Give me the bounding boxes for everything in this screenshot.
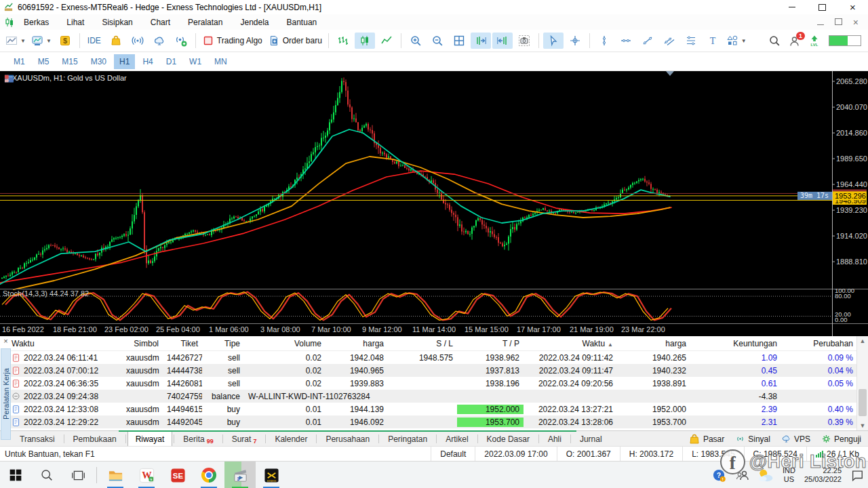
chevron-down-icon[interactable]: ▼ <box>741 38 747 44</box>
tab-perusahaan[interactable]: Perusahaan <box>318 432 377 446</box>
menu-item-jendela[interactable]: Jendela <box>231 16 277 28</box>
taskbar-start-button[interactable] <box>0 462 31 488</box>
toolbox-close-icon[interactable]: × <box>2 337 9 346</box>
crosshair-icon[interactable] <box>565 33 585 49</box>
timeframe-m30[interactable]: M30 <box>85 54 112 69</box>
taskbar-mpc-button[interactable]: 3 <box>224 462 256 488</box>
scroll-up-icon[interactable]: ▲ <box>857 336 868 346</box>
zoom-in-icon[interactable] <box>406 33 426 49</box>
price-chart-svg[interactable]: 2065.2802040.0702014.8601989.6501964.440… <box>0 71 868 336</box>
column-header[interactable]: Perubahan <box>781 339 857 348</box>
shapes-icon[interactable]: ▼ <box>724 33 749 49</box>
timeframe-m15[interactable]: M15 <box>56 54 83 69</box>
table-row[interactable]: 2022.03.24 09:24:3874024759balanceW-ALLI… <box>9 390 857 403</box>
column-header[interactable]: T / P <box>457 339 524 348</box>
menu-item-chart[interactable]: Chart <box>142 16 179 28</box>
action-center-icon[interactable] <box>850 468 864 482</box>
horizontal-line-icon[interactable] <box>616 33 636 49</box>
cursor-icon[interactable] <box>543 33 564 49</box>
ide-button[interactable]: IDE <box>84 33 104 49</box>
chart-type-icon[interactable]: ▼ <box>3 33 28 49</box>
column-header[interactable]: Simbol <box>122 339 163 348</box>
taskbar-taskview-button[interactable] <box>62 462 94 488</box>
tab-transaksi[interactable]: Transaksi <box>12 432 62 446</box>
shift-chart-icon[interactable] <box>471 33 491 49</box>
tile-windows-icon[interactable] <box>449 33 469 49</box>
tab-kode-dasar[interactable]: Kode Dasar <box>479 432 537 446</box>
taskbar-se-button[interactable]: SE <box>162 462 193 488</box>
timeframe-h4[interactable]: H4 <box>137 54 158 69</box>
penguji-button[interactable]: Penguji <box>821 434 861 444</box>
tab-ahli[interactable]: Ahli <box>540 432 569 446</box>
tab-surat[interactable]: Surat7 <box>224 432 264 446</box>
timeframe-mn[interactable]: MN <box>209 54 233 69</box>
help-icon[interactable]: ?! <box>712 468 726 483</box>
table-scrollbar[interactable]: ▲ ▼ <box>856 336 868 430</box>
bars-chart-icon[interactable] <box>333 33 353 49</box>
screenshot-icon[interactable] <box>514 33 534 49</box>
sinyal-button[interactable]: Sinyal <box>735 434 770 444</box>
table-row[interactable]: 2022.03.24 06:11:41xauusdm144267278sell0… <box>9 351 857 364</box>
child-close-button[interactable]: × <box>853 17 859 28</box>
tab-riwayat[interactable]: Riwayat <box>127 431 173 447</box>
timeframe-d1[interactable]: D1 <box>161 54 182 69</box>
vertical-line-icon[interactable] <box>594 33 614 49</box>
broadcast-add-icon[interactable] <box>171 33 191 49</box>
algo-trading-icon[interactable]: Trading Algo <box>200 33 264 49</box>
market-bag-icon[interactable] <box>106 33 126 49</box>
child-restore-button[interactable] <box>835 18 842 27</box>
line-chart-icon[interactable] <box>376 33 397 49</box>
menu-item-bantuan[interactable]: Bantuan <box>278 16 326 28</box>
people-icon[interactable] <box>735 468 749 482</box>
table-row[interactable]: 2022.03.24 12:29:22xauusdm144920451buy0.… <box>9 415 857 428</box>
channel-icon[interactable] <box>659 33 679 49</box>
tab-kalender[interactable]: Kalender <box>267 432 315 446</box>
taskbar-search-button[interactable] <box>31 462 62 488</box>
zoom-out-icon[interactable] <box>427 33 448 49</box>
chevron-down-icon[interactable]: ▼ <box>46 38 52 44</box>
weather-icon[interactable] <box>757 468 774 483</box>
column-header[interactable]: Tipe <box>202 339 244 348</box>
taskbar-explorer-button[interactable] <box>100 462 131 488</box>
candles-chart-icon[interactable] <box>355 33 375 49</box>
tab-berita[interactable]: Berita99 <box>176 432 220 446</box>
pasar-button[interactable]: Pasar <box>688 433 724 445</box>
tab-artikel[interactable]: Artikel <box>438 432 475 446</box>
shift-end-icon[interactable] <box>492 33 513 49</box>
timeframe-m5[interactable]: M5 <box>33 54 55 69</box>
column-header[interactable]: Tiket <box>163 339 202 348</box>
column-header[interactable]: harga <box>617 339 690 348</box>
column-header[interactable]: Waktu▲ <box>524 339 617 348</box>
menu-item-sisipkan[interactable]: Sisipkan <box>93 16 141 28</box>
table-row[interactable]: 2022.03.24 07:00:12xauusdm144447381sell0… <box>9 364 857 377</box>
timeframe-m1[interactable]: M1 <box>8 54 31 69</box>
column-header[interactable]: Keuntungan <box>690 339 781 348</box>
trendline-icon[interactable] <box>637 33 658 49</box>
column-header[interactable]: harga <box>326 339 388 348</box>
menu-item-lihat[interactable]: Lihat <box>58 16 93 28</box>
maximize-button[interactable] <box>807 0 837 14</box>
indicator-window-icon[interactable]: ▼ <box>29 33 54 49</box>
toolbox-side-tab[interactable]: Peralatan Kerja <box>1 348 11 440</box>
taskbar-chrome-button[interactable] <box>193 462 224 488</box>
cloud-icon[interactable] <box>149 33 170 49</box>
menu-item-peralatan[interactable]: Peralatan <box>179 16 231 28</box>
table-row[interactable]: 2022.03.24 12:33:08xauusdm144946155buy0.… <box>9 403 857 415</box>
close-button[interactable]: × <box>837 0 868 14</box>
column-header[interactable]: S / L <box>388 339 457 348</box>
chart-area[interactable]: XAUUSDm, H1: Gold vs US Dollar 2065.2802… <box>0 71 868 336</box>
clock[interactable]: 22.2525/03/2022 <box>804 466 842 484</box>
chevron-down-icon[interactable]: ▼ <box>20 38 26 44</box>
dollar-icon[interactable]: $ <box>55 33 75 49</box>
child-minimize-button[interactable] <box>817 18 824 27</box>
tab-peringatan[interactable]: Peringatan <box>380 432 435 446</box>
community-profile-button[interactable]: 1 <box>789 35 800 47</box>
scroll-down-icon[interactable]: ▼ <box>857 421 868 430</box>
table-row[interactable]: 2022.03.24 06:36:35xauusdm144260812sell0… <box>9 377 857 390</box>
language-indicator[interactable]: INDUS <box>783 466 795 484</box>
scrollbar-thumb[interactable] <box>859 389 867 416</box>
menu-item-berkas[interactable]: Berkas <box>15 16 58 28</box>
text-tool-icon[interactable]: T <box>703 33 723 49</box>
new-order-icon[interactable]: Order baru <box>266 33 324 49</box>
fibonacci-icon[interactable] <box>681 33 701 49</box>
